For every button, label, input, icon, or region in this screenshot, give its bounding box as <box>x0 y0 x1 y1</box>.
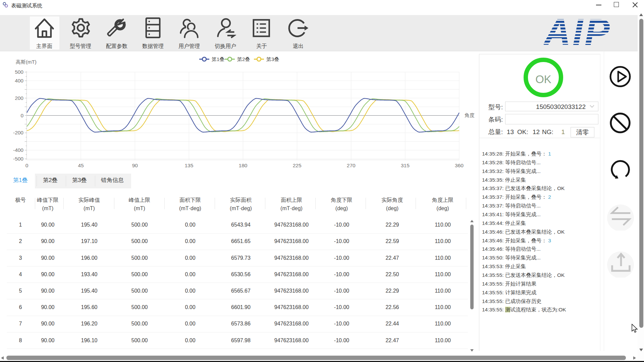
svg-text:0: 0 <box>20 113 23 118</box>
svg-text:-500: -500 <box>13 156 23 162</box>
svg-text:第3叠: 第3叠 <box>266 56 279 62</box>
svg-text:200: 200 <box>15 95 23 101</box>
svg-text:角度: 角度 <box>465 112 475 118</box>
svg-text:400: 400 <box>15 78 23 83</box>
svg-text:225: 225 <box>293 163 302 168</box>
svg-text:-200: -200 <box>13 130 23 135</box>
svg-text:第2叠: 第2叠 <box>237 56 250 62</box>
svg-text:0: 0 <box>25 163 29 168</box>
svg-text:315: 315 <box>401 163 410 168</box>
svg-text:135: 135 <box>184 163 193 168</box>
svg-text:270: 270 <box>347 163 356 168</box>
svg-text:90: 90 <box>132 163 138 168</box>
svg-text:45: 45 <box>78 163 84 168</box>
svg-text:第1叠: 第1叠 <box>212 56 224 62</box>
svg-text:180: 180 <box>239 163 248 168</box>
svg-text:-400: -400 <box>13 147 23 153</box>
svg-text:500: 500 <box>15 69 23 75</box>
svg-text:高斯(mT): 高斯(mT) <box>16 59 37 65</box>
svg-text:360: 360 <box>455 163 464 168</box>
